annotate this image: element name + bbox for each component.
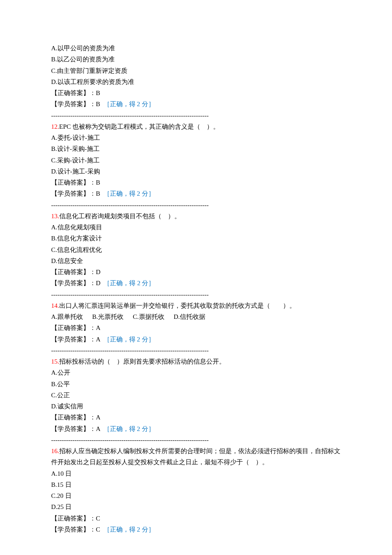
option-b: B.光票托收 [92, 313, 124, 320]
option-b: B.公平 [51, 379, 341, 390]
question-number: 16. [51, 448, 59, 454]
question-block: 14.出口人将汇票连同装运单据一并交给银行，委托其收取货款的托收方式是（ ）。 … [51, 300, 341, 356]
option-b: B.设计-采购-施工 [51, 143, 341, 154]
feedback-text: ［正确，得 2 分］ [104, 336, 155, 343]
option-b: B.以乙公司的资质为准 [51, 54, 341, 65]
correct-answer-line: 【正确答案】：A [51, 412, 341, 423]
question-block: 12.EPC 也被称为交钥匙工程模式，其正确的含义是（ ）。 A.委托-设计-施… [51, 121, 341, 211]
divider: ----------------------------------------… [51, 345, 341, 356]
student-answer-line: 【学员答案】：D ［正确，得 2 分］ [51, 278, 341, 289]
question-block: 13.信息化工程咨询规划类项目不包括（ ）。 A.信息化规划项目 B.信息化方案… [51, 211, 341, 300]
correct-answer-line: 【正确答案】：B [51, 177, 341, 188]
feedback-text: ［正确，得 2 分］ [104, 526, 155, 533]
correct-answer-line: 【正确答案】：C [51, 513, 341, 524]
feedback-text: ［正确，得 2 分］ [104, 425, 155, 432]
option-c: C.公正 [51, 390, 341, 401]
option-c: C.票据托收 [133, 313, 164, 320]
option-a: A.公开 [51, 367, 341, 378]
feedback-text: ［正确，得 2 分］ [104, 280, 155, 286]
question-stem: 16.招标人应当确定投标人编制投标文件所需要的合理时间；但是，依法必须进行招标的… [51, 445, 341, 468]
option-a: A.跟单托收 [51, 313, 83, 320]
divider: ----------------------------------------… [51, 199, 341, 211]
feedback-text: ［正确，得 2 分］ [104, 101, 155, 107]
divider: ----------------------------------------… [51, 110, 341, 121]
option-a: A.10 日 [51, 468, 341, 479]
student-answer-line: 【学员答案】：A ［正确，得 2 分］ [51, 334, 341, 345]
correct-answer-line: 【正确答案】：D [51, 266, 341, 278]
option-d: D.信托收据 [173, 313, 205, 320]
option-a: A.以甲公司的资质为准 [51, 43, 341, 54]
option-a: A.信息化规划项目 [51, 222, 341, 233]
question-block: A.以甲公司的资质为准 B.以乙公司的资质为准 C.由主管部门重新评定资质 D.… [51, 43, 341, 121]
option-c: C.采购-设计-施工 [51, 155, 341, 166]
option-d: D.设计-施工-采购 [51, 166, 341, 177]
option-c: C.信息化流程优化 [51, 244, 341, 255]
correct-answer-line: 【正确答案】：A [51, 322, 341, 333]
option-b: B.15 日 [51, 479, 341, 490]
question-number: 13. [51, 213, 59, 220]
student-answer-line: 【学员答案】：A ［正确，得 2 分］ [51, 423, 341, 434]
question-stem: 13.信息化工程咨询规划类项目不包括（ ）。 [51, 211, 341, 222]
question-block: 15.招标投标活动的（ ）原则首先要求招标活动的信息公开。 A.公开 B.公平 … [51, 356, 341, 445]
question-number: 14. [51, 302, 59, 309]
question-stem: 15.招标投标活动的（ ）原则首先要求招标活动的信息公开。 [51, 356, 341, 367]
question-stem: 14.出口人将汇票连同装运单据一并交给银行，委托其收取货款的托收方式是（ ）。 [51, 300, 341, 311]
option-d: D.诚实信用 [51, 401, 341, 412]
option-c: C.由主管部门重新评定资质 [51, 65, 341, 76]
question-stem: 12.EPC 也被称为交钥匙工程模式，其正确的含义是（ ）。 [51, 121, 341, 132]
options-inline: A.跟单托收 B.光票托收 C.票据托收 D.信托收据 [51, 311, 341, 322]
option-d: D.信息安全 [51, 255, 341, 266]
divider: ----------------------------------------… [51, 289, 341, 300]
question-block: 16.招标人应当确定投标人编制投标文件所需要的合理时间；但是，依法必须进行招标的… [51, 445, 341, 535]
divider: ----------------------------------------… [51, 434, 341, 445]
question-number: 12. [51, 123, 59, 130]
option-c: C.20 日 [51, 490, 341, 501]
student-answer-line: 【学员答案】：B ［正确，得 2 分］ [51, 188, 341, 199]
option-b: B.信息化方案设计 [51, 233, 341, 244]
student-answer-line: 【学员答案】：B ［正确，得 2 分］ [51, 98, 341, 110]
option-d: D.以该工程所要求的资质为准 [51, 76, 341, 87]
question-number: 15. [51, 358, 59, 365]
option-d: D.25 日 [51, 501, 341, 512]
student-answer-line: 【学员答案】：C ［正确，得 2 分］ [51, 524, 341, 535]
option-a: A.委托-设计-施工 [51, 132, 341, 143]
correct-answer-line: 【正确答案】：B [51, 87, 341, 98]
feedback-text: ［正确，得 2 分］ [104, 190, 155, 197]
